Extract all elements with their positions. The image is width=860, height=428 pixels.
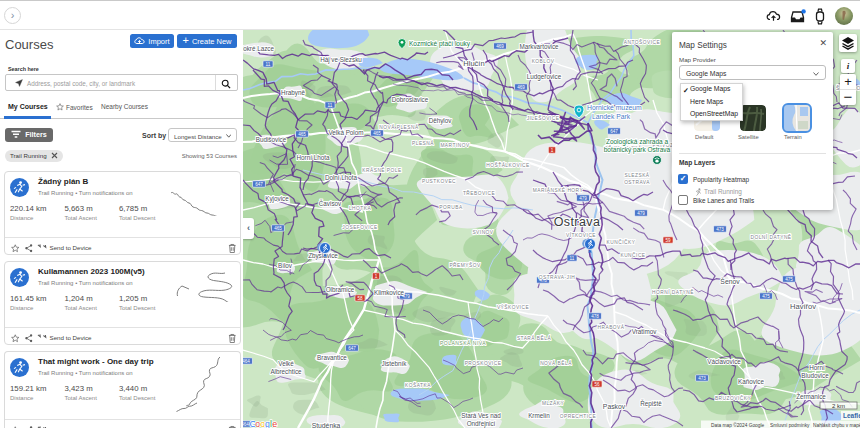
svg-text:Bravantice: Bravantice [317,354,347,361]
svg-text:KOBLOV: KOBLOV [532,59,555,64]
svg-text:58: 58 [357,296,363,301]
svg-text:464: 464 [243,422,249,427]
svg-text:Dobroslavice: Dobroslavice [392,96,429,103]
svg-text:464: 464 [243,359,250,364]
svg-text:2 km: 2 km [832,403,845,409]
svg-text:1: 1 [551,148,554,153]
svg-text:Jistebník: Jistebník [382,360,408,367]
svg-text:475: 475 [762,294,770,299]
svg-text:STARÁ BĚLÁ: STARÁ BĚLÁ [517,334,552,341]
svg-text:KUNČIČKY: KUNČIČKY [607,239,636,245]
svg-text:BRUZOVIČKY: BRUZOVIČKY [715,395,751,401]
svg-text:e: e [272,419,277,428]
svg-text:Nahlásit chybu v mapě: Nahlásit chybu v mapě [813,423,860,428]
svg-text:Zoologická zahrada a: Zoologická zahrada a [606,138,669,146]
svg-text:Velké: Velké [278,360,294,367]
svg-text:MARIÁNSKÉ HORY: MARIÁNSKÉ HORY [533,187,584,193]
svg-text:KOŠATKA: KOŠATKA [405,382,431,388]
svg-text:Velká Polom: Velká Polom [328,129,363,136]
svg-text:11: 11 [266,62,271,67]
svg-text:MLZÁKY: MLZÁKY [542,400,564,406]
svg-text:11: 11 [328,103,333,108]
svg-text:Ludgeřovice: Ludgeřovice [527,73,562,81]
svg-text:56: 56 [594,382,600,387]
svg-text:647: 647 [610,129,618,134]
svg-text:Hornické muzeum: Hornické muzeum [587,104,642,111]
svg-text:OSTRAVA: OSTRAVA [624,180,650,185]
svg-text:NOVÁ BĚLÁ: NOVÁ BĚLÁ [540,359,572,366]
svg-text:Kaňovice: Kaňovice [738,378,764,385]
svg-text:VÝŠKOVICE: VÝŠKOVICE [497,304,529,310]
svg-text:59: 59 [665,238,671,243]
svg-text:Paskov: Paskov [603,403,626,410]
svg-text:TŘEBOVICE: TŘEBOVICE [463,189,495,196]
svg-text:VÍTKOVICE: VÍTKOVICE [566,232,596,238]
svg-text:Markvartovice: Markvartovice [519,43,559,50]
svg-text:469: 469 [496,44,504,49]
svg-text:LHOTKA: LHOTKA [349,206,371,211]
svg-text:MARTINOV: MARTINOV [440,143,470,148]
svg-text:Klimkovice: Klimkovice [374,289,405,296]
svg-text:DOLNÍ DATYNĚ: DOLNÍ DATYNĚ [750,233,791,240]
svg-text:HRABOVÁ: HRABOVÁ [598,324,625,330]
svg-text:Ondřejnicí: Ondřejnicí [467,420,496,428]
svg-text:647: 647 [348,346,356,351]
svg-text:JILEŠOVICE: JILEŠOVICE [527,115,560,121]
svg-text:Děhylov: Děhylov [429,117,453,125]
svg-text:botanický park Ostrava: botanický park Ostrava [604,146,671,154]
svg-text:SVINOV: SVINOV [472,230,493,235]
svg-text:Čavisov: Čavisov [319,199,342,207]
svg-text:Bludovice: Bludovice [801,372,829,379]
svg-text:KRÁSNÉ POLE: KRÁSNÉ POLE [362,167,401,173]
svg-text:HOŠŤÁLKOVICE: HOŠŤÁLKOVICE [486,161,529,168]
svg-text:Šenov: Šenov [720,277,740,285]
svg-text:PUSTKOVEC: PUSTKOVEC [422,179,456,184]
svg-text:JOSEFOVICE: JOSEFOVICE [342,225,377,230]
svg-text:Horní: Horní [809,364,825,371]
svg-text:473: 473 [716,227,724,232]
svg-text:PŘEMYŠOV: PŘEMYŠOV [449,261,480,268]
svg-text:ANTOŠOVICE: ANTOŠOVICE [624,39,660,45]
svg-text:NOVÁ PLESNÁ: NOVÁ PLESNÁ [379,124,419,130]
svg-text:Kyjovice: Kyjovice [265,195,289,203]
svg-text:Landek Park: Landek Park [592,113,631,120]
svg-text:478: 478 [591,314,599,319]
svg-text:465: 465 [373,131,381,136]
svg-text:PLESNÁ: PLESNÁ [412,140,434,146]
svg-text:SLEZSKÁ: SLEZSKÁ [624,172,649,178]
svg-text:465: 465 [298,132,306,137]
svg-text:Stará Ves nad: Stará Ves nad [461,412,501,419]
svg-text:KUNČICE: KUNČICE [620,252,645,258]
svg-text:Data map ©2024 Google: Data map ©2024 Google [711,422,764,428]
svg-text:465: 465 [274,226,282,231]
svg-text:Řepiště: Řepiště [640,399,662,408]
svg-text:647: 647 [255,182,263,187]
svg-text:479: 479 [579,196,587,201]
svg-text:Kozmické ptačí louky: Kozmické ptačí louky [409,40,471,48]
svg-text:Smluvní podmínky: Smluvní podmínky [770,423,810,428]
svg-text:PROSKOVICE: PROSKOVICE [465,361,502,366]
svg-text:479: 479 [637,211,645,216]
svg-text:Leaflet: Leaflet [843,412,860,419]
svg-text:475: 475 [785,277,793,282]
svg-text:Václavovice: Václavovice [707,358,741,365]
svg-text:Studénka: Studénka [312,422,341,428]
svg-text:Žermanice: Žermanice [796,392,826,400]
svg-text:Dolní Lhota: Dolní Lhota [325,174,358,181]
svg-text:Hlučín: Hlučín [463,59,484,68]
svg-text:Háj ve Slezsku: Háj ve Slezsku [320,56,362,64]
svg-text:Ostrava: Ostrava [554,215,601,229]
svg-text:Bílov: Bílov [278,262,293,269]
svg-text:Horní Lhota: Horní Lhota [297,154,330,161]
svg-text:1: 1 [375,274,378,279]
svg-text:11: 11 [570,256,575,261]
svg-text:OSTRAVA-JIH: OSTRAVA-JIH [539,275,576,280]
svg-text:473: 473 [698,376,706,381]
svg-text:Hrabyně: Hrabyně [281,89,305,97]
svg-text:POLANSKÁ NIVA: POLANSKÁ NIVA [440,340,486,346]
svg-text:Havířov: Havířov [790,302,816,311]
svg-text:Budišovice: Budišovice [256,136,287,143]
svg-text:OPRECHTICE: OPRECHTICE [560,414,596,419]
svg-text:Vratimov: Vratimov [632,328,657,335]
svg-text:469: 469 [517,85,525,90]
